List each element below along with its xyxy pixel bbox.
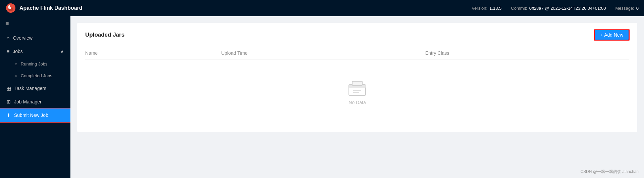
card-header: Uploaded Jars + Add New [85, 30, 629, 40]
no-data-area: No Data [85, 59, 629, 125]
no-data-text: No Data [348, 100, 366, 105]
sidebar-item-task-managers[interactable]: ▦ Task Managers [0, 82, 70, 95]
card-title: Uploaded Jars [85, 32, 124, 38]
jobs-icon: ≡ [7, 49, 9, 54]
topbar-left: Apache Flink Dashboard [5, 3, 83, 13]
col-header-entry: Entry Class [425, 50, 629, 56]
topbar: Apache Flink Dashboard Version: 1.13.5 C… [0, 0, 644, 16]
running-jobs-label: Running Jobs [21, 61, 48, 66]
task-managers-icon: ▦ [7, 86, 11, 91]
content-card: Uploaded Jars + Add New Name Upload Time… [77, 23, 637, 132]
completed-jobs-label: Completed Jobs [21, 73, 52, 78]
sidebar-item-overview[interactable]: ○ Overview [0, 31, 70, 45]
jobs-label: Jobs [13, 49, 23, 54]
no-data-icon [347, 80, 367, 96]
sidebar-item-submit-new-job[interactable]: ⬇ Submit New Job [0, 108, 70, 122]
layout: ≡ ○ Overview ≡ Jobs ∧ ○ Running Jobs ○ C… [0, 16, 644, 178]
col-header-name: Name [85, 50, 221, 56]
commit-value: 0ff28a7 @ 2021-12-14T23:26:04+01:00 [529, 6, 606, 11]
svg-rect-6 [352, 81, 362, 85]
app-title: Apache Flink Dashboard [19, 5, 83, 11]
completed-jobs-icon: ○ [15, 73, 17, 78]
add-new-button[interactable]: + Add New [594, 30, 629, 40]
message-value: 0 [636, 6, 639, 11]
col-header-upload: Upload Time [221, 50, 425, 56]
overview-icon: ○ [7, 35, 9, 41]
sidebar-item-label: Overview [13, 35, 32, 41]
topbar-right: Version: 1.13.5 Commit: 0ff28a7 @ 2021-1… [472, 6, 639, 11]
chevron-up-icon: ∧ [60, 49, 64, 54]
running-jobs-icon: ○ [15, 61, 17, 66]
job-manager-label: Job Manager [14, 99, 42, 104]
main-content: Uploaded Jars + Add New Name Upload Time… [70, 16, 644, 178]
sidebar-item-jobs[interactable]: ≡ Jobs ∧ [0, 45, 70, 58]
sidebar-toggle-icon[interactable]: ≡ [0, 16, 70, 31]
sidebar-item-completed-jobs[interactable]: ○ Completed Jobs [0, 70, 70, 82]
sidebar: ≡ ○ Overview ≡ Jobs ∧ ○ Running Jobs ○ C… [0, 16, 70, 178]
job-manager-icon: ⊞ [7, 99, 11, 104]
commit-label: Commit: [511, 6, 527, 11]
version-label: Version: [472, 6, 487, 11]
version-value: 1.13.5 [489, 6, 501, 11]
table-header: Name Upload Time Entry Class [85, 47, 629, 59]
task-managers-label: Task Managers [14, 86, 46, 91]
footer-watermark: CSDN @一飘一飘的饮 alanchan [580, 169, 639, 175]
submit-job-icon: ⬇ [7, 113, 11, 118]
message-label: Message: [615, 6, 634, 11]
sidebar-item-running-jobs[interactable]: ○ Running Jobs [0, 58, 70, 70]
sidebar-item-job-manager[interactable]: ⊞ Job Manager [0, 95, 70, 108]
submit-new-job-label: Submit New Job [14, 113, 48, 118]
flink-logo-icon [5, 3, 16, 13]
svg-point-3 [10, 5, 12, 7]
